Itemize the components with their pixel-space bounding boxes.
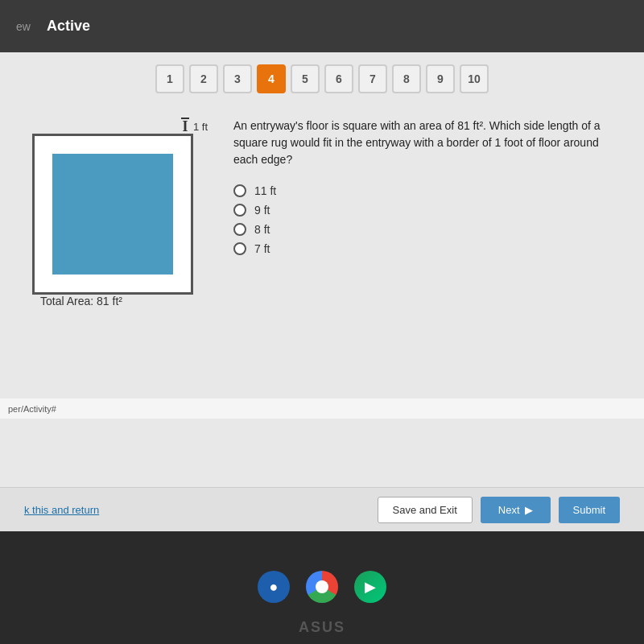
active-label: Active — [47, 18, 90, 35]
play-icon[interactable]: ▶ — [354, 571, 386, 603]
radio-7ft[interactable] — [233, 242, 246, 255]
browser-bar: per/Activity# — [0, 398, 644, 419]
option-11ft[interactable]: 11 ft — [233, 184, 620, 197]
laptop-screen: ew Active 1 2 3 4 5 6 7 8 9 10 — [0, 0, 644, 531]
bottom-buttons: Save and Exit Next ▶ Submit — [378, 497, 620, 523]
taskbar-icon-blue[interactable]: ● — [258, 571, 290, 603]
options-list: 11 ft 9 ft 8 ft 7 ft — [233, 184, 620, 255]
radio-11ft[interactable] — [233, 184, 246, 197]
q-btn-1[interactable]: 1 — [155, 64, 184, 93]
q-btn-2[interactable]: 2 — [189, 64, 218, 93]
q-btn-5[interactable]: 5 — [291, 64, 320, 93]
next-button[interactable]: Next ▶ — [481, 497, 551, 523]
question-area: An entryway's floor is square with an ar… — [233, 109, 620, 479]
chrome-center — [316, 580, 328, 593]
option-label-11ft: 11 ft — [254, 184, 276, 197]
top-bar: ew Active — [0, 0, 644, 52]
ew-label: ew — [16, 20, 31, 33]
keyboard-area: ● ▶ ASUS — [0, 531, 644, 644]
q-btn-7[interactable]: 7 — [358, 64, 387, 93]
option-7ft[interactable]: 7 ft — [233, 242, 620, 255]
option-label-8ft: 8 ft — [254, 223, 270, 236]
q-btn-6[interactable]: 6 — [324, 64, 353, 93]
taskbar: ● ▶ — [258, 571, 386, 603]
submit-button[interactable]: Submit — [559, 497, 620, 523]
q-btn-8[interactable]: 8 — [392, 64, 421, 93]
option-8ft[interactable]: 8 ft — [233, 223, 620, 236]
flag-link[interactable]: k this and return — [24, 504, 99, 516]
outer-square — [32, 134, 193, 295]
bottom-bar: k this and return Save and Exit Next ▶ S… — [0, 487, 644, 531]
total-area-label: Total Area: 81 ft² — [40, 295, 201, 308]
radio-8ft[interactable] — [233, 223, 246, 236]
next-arrow-icon: ▶ — [525, 504, 533, 516]
q-btn-10[interactable]: 10 — [460, 64, 489, 93]
asus-logo: ASUS — [299, 619, 345, 636]
option-label-9ft: 9 ft — [254, 204, 270, 217]
content-area: 1 2 3 4 5 6 7 8 9 10 I — [0, 52, 644, 531]
play-triangle-icon: ▶ — [365, 578, 376, 596]
radio-9ft[interactable] — [233, 204, 246, 217]
q-btn-3[interactable]: 3 — [223, 64, 252, 93]
option-9ft[interactable]: 9 ft — [233, 204, 620, 217]
diagram-area: I 1 ft Total Area: 81 ft² — [24, 109, 217, 479]
q-btn-4[interactable]: 4 — [257, 64, 286, 93]
save-exit-button[interactable]: Save and Exit — [378, 497, 473, 523]
option-label-7ft: 7 ft — [254, 242, 270, 255]
inner-square — [52, 154, 173, 275]
chrome-icon[interactable] — [306, 571, 338, 603]
question-text: An entryway's floor is square with an ar… — [233, 118, 620, 168]
blue-icon: ● — [270, 579, 279, 596]
q-btn-9[interactable]: 9 — [426, 64, 455, 93]
url-text: per/Activity# — [8, 404, 56, 414]
middle-section: I 1 ft Total Area: 81 ft² An entryway's … — [0, 101, 644, 487]
question-nav: 1 2 3 4 5 6 7 8 9 10 — [0, 52, 644, 101]
